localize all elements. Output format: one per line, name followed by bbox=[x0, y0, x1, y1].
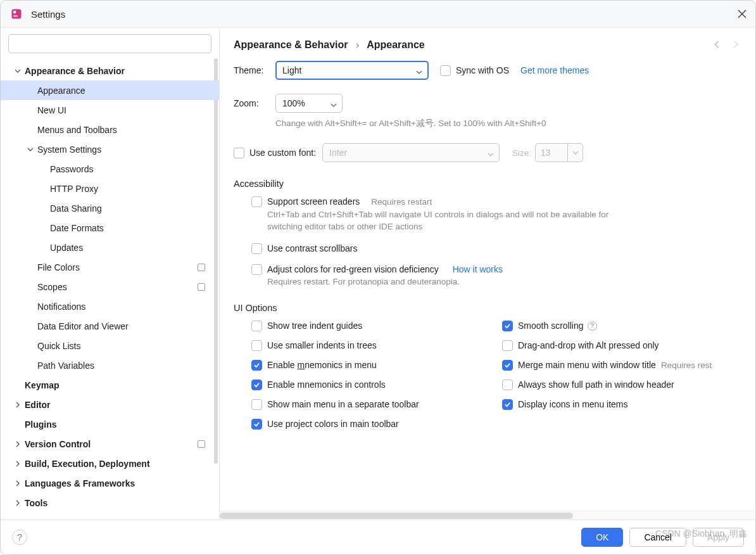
breadcrumb-sep: › bbox=[356, 39, 359, 50]
sidebar-item-label: File Colors bbox=[37, 262, 80, 272]
option-checkbox[interactable] bbox=[502, 399, 513, 410]
sidebar-item-label: Passwords bbox=[50, 164, 93, 174]
color-deficiency-label: Adjust colors for red-green vision defic… bbox=[267, 264, 439, 274]
option-label: Enable mnemonics in menu bbox=[267, 360, 377, 370]
project-scope-icon bbox=[198, 264, 205, 271]
sidebar-item-label: Version Control bbox=[25, 439, 91, 449]
sidebar-item-label: Plugins bbox=[25, 419, 57, 430]
chevron-placeholder bbox=[26, 283, 35, 291]
screen-readers-checkbox[interactable] bbox=[251, 196, 262, 207]
sidebar-item-passwords[interactable]: Passwords bbox=[1, 159, 219, 179]
color-deficiency-checkbox[interactable] bbox=[251, 264, 262, 275]
sidebar-item-updates[interactable]: Updates bbox=[1, 238, 219, 257]
sidebar-item-editor[interactable]: Editor bbox=[1, 395, 219, 414]
option-checkbox[interactable] bbox=[251, 399, 262, 410]
sidebar-item-appearance-behavior[interactable]: Appearance & Behavior bbox=[1, 61, 219, 80]
option-checkbox[interactable] bbox=[251, 360, 262, 371]
option-label: Show main menu in a separate toolbar bbox=[267, 399, 419, 409]
get-themes-link[interactable]: Get more themes bbox=[520, 65, 589, 75]
help-button[interactable]: ? bbox=[12, 530, 27, 545]
sidebar-item-label: Date Formats bbox=[50, 223, 104, 233]
zoom-hint: Change with Alt+Shift+= or Alt+Shift+减号.… bbox=[275, 118, 546, 129]
font-family-select[interactable]: Inter bbox=[322, 143, 500, 162]
sidebar-item-date-formats[interactable]: Date Formats bbox=[1, 218, 219, 238]
option-label: Use smaller indents in trees bbox=[267, 340, 377, 350]
chevron-down-icon bbox=[416, 67, 422, 73]
sidebar-item-data-sharing[interactable]: Data Sharing bbox=[1, 198, 219, 218]
contrast-scroll-checkbox[interactable] bbox=[251, 243, 262, 254]
theme-select[interactable]: Light bbox=[275, 61, 429, 80]
sidebar-item-label: Appearance & Behavior bbox=[25, 66, 125, 76]
close-icon[interactable] bbox=[738, 10, 747, 18]
theme-label: Theme: bbox=[234, 65, 275, 75]
sidebar-item-http-proxy[interactable]: HTTP Proxy bbox=[1, 179, 219, 198]
sidebar-item-file-colors[interactable]: File Colors bbox=[1, 257, 219, 277]
chevron-placeholder bbox=[26, 361, 35, 370]
chevron-right-icon[interactable] bbox=[13, 400, 22, 409]
option-checkbox[interactable] bbox=[502, 340, 513, 351]
sidebar-item-label: Updates bbox=[50, 243, 83, 253]
cancel-button[interactable]: Cancel bbox=[629, 528, 686, 547]
help-icon[interactable]: ? bbox=[588, 321, 597, 331]
sidebar-item-quick-lists[interactable]: Quick Lists bbox=[1, 336, 219, 355]
chevron-placeholder bbox=[39, 243, 47, 252]
font-size-stepper[interactable] bbox=[568, 143, 583, 162]
chevron-right-icon[interactable] bbox=[13, 479, 22, 488]
app-icon bbox=[9, 7, 23, 21]
chevron-placeholder bbox=[26, 341, 35, 350]
sidebar-item-tools[interactable]: Tools bbox=[1, 493, 219, 513]
sidebar-item-menus-and-toolbars[interactable]: Menus and Toolbars bbox=[1, 120, 219, 139]
chevron-down-icon[interactable] bbox=[26, 145, 35, 154]
sidebar-item-plugins[interactable]: Plugins bbox=[1, 414, 219, 434]
sync-os-checkbox[interactable] bbox=[440, 65, 451, 76]
option-label: Always show full path in window header bbox=[518, 380, 674, 390]
sidebar-item-build-execution-deployment[interactable]: Build, Execution, Deployment bbox=[1, 454, 219, 473]
sidebar-item-data-editor-and-viewer[interactable]: Data Editor and Viewer bbox=[1, 316, 219, 336]
sidebar-item-label: System Settings bbox=[37, 144, 101, 155]
sidebar-item-label: Build, Execution, Deployment bbox=[25, 459, 150, 469]
chevron-right-icon[interactable] bbox=[13, 459, 22, 468]
sidebar-item-new-ui[interactable]: New UI bbox=[1, 100, 219, 120]
chevron-placeholder bbox=[26, 86, 35, 95]
option-checkbox[interactable] bbox=[502, 360, 513, 371]
chevron-right-icon[interactable] bbox=[13, 499, 22, 507]
option-label: Use project colors in main toolbar bbox=[267, 419, 399, 429]
chevron-placeholder bbox=[26, 106, 35, 115]
option-checkbox[interactable] bbox=[502, 380, 513, 390]
sidebar-item-path-variables[interactable]: Path Variables bbox=[1, 355, 219, 375]
sidebar-item-languages-frameworks[interactable]: Languages & Frameworks bbox=[1, 473, 219, 493]
sidebar-item-system-settings[interactable]: System Settings bbox=[1, 139, 219, 159]
ok-button[interactable]: OK bbox=[581, 528, 623, 547]
sidebar-item-label: Appearance bbox=[37, 86, 85, 96]
sidebar-item-notifications[interactable]: Notifications bbox=[1, 297, 219, 316]
option-checkbox[interactable] bbox=[251, 321, 262, 331]
option-label: Drag-and-drop with Alt pressed only bbox=[518, 340, 659, 350]
sidebar-item-label: Editor bbox=[25, 400, 50, 410]
sidebar-item-version-control[interactable]: Version Control bbox=[1, 434, 219, 454]
option-checkbox[interactable] bbox=[251, 380, 262, 390]
color-deficiency-hint: Requires restart. For protanopia and deu… bbox=[267, 277, 503, 286]
apply-button[interactable]: Apply bbox=[693, 528, 744, 547]
option-checkbox[interactable] bbox=[251, 340, 262, 351]
sidebar-item-scopes[interactable]: Scopes bbox=[1, 277, 219, 297]
how-it-works-link[interactable]: How it works bbox=[453, 264, 503, 274]
option-checkbox[interactable] bbox=[502, 321, 513, 331]
horizontal-scrollbar[interactable] bbox=[220, 511, 755, 520]
titlebar: Settings bbox=[1, 1, 755, 28]
chevron-down-icon[interactable] bbox=[13, 67, 22, 75]
svg-rect-0 bbox=[12, 10, 22, 19]
settings-tree[interactable]: Appearance & BehaviorAppearanceNew UIMen… bbox=[1, 58, 219, 520]
sync-os-label: Sync with OS bbox=[456, 65, 509, 75]
chevron-placeholder bbox=[26, 125, 35, 134]
chevron-right-icon[interactable] bbox=[13, 440, 22, 449]
zoom-select[interactable]: 100% bbox=[275, 94, 343, 113]
sidebar-item-keymap[interactable]: Keymap bbox=[1, 375, 219, 395]
custom-font-checkbox[interactable] bbox=[234, 148, 244, 158]
nav-back-icon[interactable] bbox=[712, 39, 724, 51]
search-input[interactable] bbox=[8, 34, 211, 53]
option-trail-hint: Requires rest bbox=[661, 360, 712, 370]
font-size-input[interactable]: 13 bbox=[535, 143, 568, 162]
sidebar-item-appearance[interactable]: Appearance bbox=[1, 80, 219, 100]
nav-forward-icon[interactable] bbox=[730, 39, 741, 51]
option-checkbox[interactable] bbox=[251, 419, 262, 430]
